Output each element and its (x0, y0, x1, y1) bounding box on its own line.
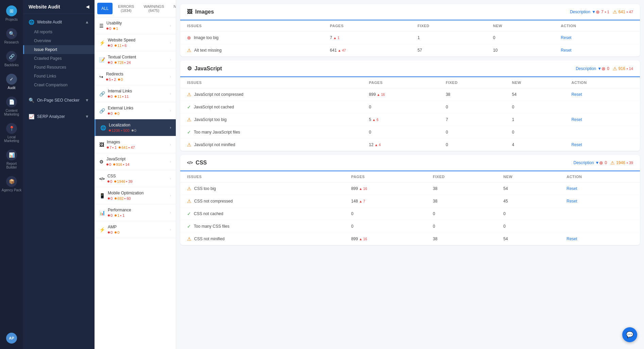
sidebar-label-content-marketing: Content Marketing (1, 109, 22, 116)
nav-found-resources[interactable]: Found Resources (23, 63, 95, 72)
pages-val: 641 ▲ 47 (330, 48, 404, 53)
reset-button[interactable]: Reset (571, 142, 582, 147)
pages-up-icon: ▲ 7 (359, 199, 365, 203)
sidebar-item-report-builder[interactable]: 📊 Report Builder (0, 147, 23, 172)
seo-icon: 🔍 (29, 98, 34, 103)
tab-all[interactable]: ALL (97, 3, 113, 14)
sidebar-label-projects: Projects (5, 18, 18, 21)
tab-errors[interactable]: ERRORS (1834) (114, 3, 138, 14)
sidebar-item-agency-pack[interactable]: 📦 Agency Pack (0, 173, 23, 195)
serp-analyzer-label: SERP Analyzer (37, 114, 82, 119)
pages-val: 899 ▲ 16 (351, 237, 419, 241)
javascript-description-btn[interactable]: Description ▼ (576, 66, 601, 71)
images-col-new: NEW (486, 20, 554, 32)
list-item-images[interactable]: 🖼 Images 7 • 1 641 • 47 › (95, 136, 176, 153)
sidebar-item-content-marketing[interactable]: 📄 Content Marketing (0, 94, 23, 119)
usability-title: Usability (106, 21, 167, 25)
javascript-section-actions: Description ▼ (576, 66, 601, 71)
list-item-textual-content[interactable]: 📝 Textual Content 0 728 • 24 › (95, 51, 176, 68)
external-error-badge: 0 (108, 111, 113, 116)
issue-name-cell: ⚠ Alt text missing (187, 48, 316, 53)
sidebar-item-audit[interactable]: ✓ Audit (0, 71, 23, 92)
usability-arrow-icon: › (170, 24, 171, 28)
speed-warning-badge: 11 • 6 (115, 43, 126, 48)
nav-all-reports[interactable]: All reports (23, 28, 95, 36)
javascript-warning-badge: 916 • 14 (113, 162, 130, 167)
js-desc-chevron-icon: ▼ (597, 66, 601, 71)
css-title: CSS (107, 174, 167, 178)
images-issues-table: ISSUES PAGES FIXED NEW ACTION ⊗ (180, 20, 640, 56)
left-nav-header: Website Audit ◀ (23, 0, 95, 14)
tab-warnings[interactable]: WARNINGS (6475) (139, 3, 168, 14)
pages-val: 148 ▲ 7 (351, 199, 419, 204)
content-marketing-icon: 📄 (6, 97, 17, 107)
localization-badges: 1208 • 500 0 (109, 128, 167, 133)
reset-button[interactable]: Reset (561, 35, 571, 40)
table-row: ⚠JavaScript too big 5 ▲ 6 7 1 Reset (180, 114, 640, 126)
javascript-section-icon: ⚙ (187, 65, 192, 72)
list-item-performance[interactable]: 📊 Performance 0 1 • 1 › (95, 204, 176, 221)
sidebar-item-research[interactable]: 🔍 Research (0, 25, 23, 47)
nav-crawl-comparison[interactable]: Crawl Comparison (23, 81, 95, 89)
left-nav: Website Audit ◀ 🌐 Website Audit ▲ All re… (23, 0, 95, 349)
images-counts: ⊗ 7 • 1 ⚠ 641 • 47 (596, 9, 633, 15)
css-description-btn[interactable]: Description ▼ (574, 160, 599, 165)
javascript-title: JavaScript (106, 157, 167, 161)
css-col-pages: PAGES (344, 171, 426, 182)
list-item-localization[interactable]: 🌐 Localization 1208 • 500 0 › (95, 119, 176, 136)
table-row: ⚠CSS too big 899 ▲ 16 38 54 Reset (180, 182, 640, 195)
list-item-javascript[interactable]: ⚙ JavaScript 0 916 • 14 › (95, 153, 176, 170)
reset-button[interactable]: Reset (571, 92, 582, 97)
table-row: ✓JavaScript not cached 0 0 0 (180, 101, 640, 114)
external-links-arrow-icon: › (170, 109, 171, 112)
on-page-seo-section: 🔍 On-Page SEO Checker ▼ (23, 92, 95, 108)
content-area: ALL ERRORS (1834) WARNINGS (6475) NOTICE… (95, 0, 644, 349)
sidebar-item-backlinks[interactable]: 🔗 Backlinks (0, 48, 23, 70)
list-item-external-links[interactable]: 🔗 External Links 0 0 › (95, 102, 176, 119)
list-item-mobile[interactable]: 📱 Mobile Optimization 0 692 • 60 › (95, 187, 176, 204)
reset-button[interactable]: Reset (566, 237, 577, 241)
avatar[interactable]: AP (6, 333, 17, 344)
reset-button[interactable]: Reset (566, 199, 577, 204)
issue-cell: ⚠ Alt text missing (180, 44, 323, 57)
on-page-seo-nav-header[interactable]: 🔍 On-Page SEO Checker ▼ (23, 95, 95, 106)
sidebar-item-projects[interactable]: ⊞ Projects (0, 3, 23, 24)
external-links-icon: 🔗 (99, 108, 105, 114)
list-item-amp[interactable]: ⚡ AMP 0 0 › (95, 221, 176, 238)
list-item-internal-links[interactable]: 🔗 Internal Links 0 11 • 11 › (95, 85, 176, 102)
amp-arrow-icon: › (170, 228, 171, 231)
serp-analyzer-nav-header[interactable]: 📈 SERP Analyzer ▼ (23, 111, 95, 122)
reset-button[interactable]: Reset (571, 117, 582, 122)
warning-icon: ⚠ (187, 92, 191, 97)
list-item-website-speed[interactable]: ⚡ Website Speed 0 11 • 6 › (95, 34, 176, 51)
nav-issue-report[interactable]: Issue Report (23, 45, 95, 54)
issue-name-cell: ⚠JavaScript not compressed (187, 92, 355, 97)
list-panel: ALL ERRORS (1834) WARNINGS (6475) NOTICE… (95, 0, 176, 349)
images-section-title: 🖼 Images (187, 9, 570, 15)
nav-found-links[interactable]: Found Links (23, 72, 95, 81)
website-audit-nav-header[interactable]: 🌐 Website Audit ▲ (23, 17, 95, 28)
internal-links-title: Internal Links (108, 89, 167, 93)
images-section-icon: 🖼 (187, 9, 192, 15)
textual-warning-badge: 728 • 24 (115, 60, 131, 65)
amp-error-badge: 0 (108, 230, 113, 234)
list-item-usability[interactable]: ☰ Usability 0 1 › (95, 17, 176, 34)
list-item-redirects[interactable]: ↪ Redirects 5 • 2 0 › (95, 68, 176, 85)
chat-button[interactable]: 💬 (622, 327, 637, 342)
tab-notices[interactable]: NOTICES (3348) (170, 3, 176, 14)
warning-icon: ⚠ (187, 236, 191, 242)
nav-crawled-pages[interactable]: Crawled Pages (23, 54, 95, 63)
collapse-icon[interactable]: ◀ (86, 4, 89, 9)
images-col-pages: PAGES (323, 20, 411, 32)
list-item-css[interactable]: </> CSS 0 1946 • 39 › (95, 170, 176, 187)
reset-button[interactable]: Reset (566, 186, 577, 191)
nav-overview[interactable]: Overview (23, 36, 95, 45)
images-description-btn[interactable]: Description ▼ (570, 10, 596, 14)
mobile-title: Mobile Optimization (108, 191, 167, 195)
usability-error-badge: 0 (106, 27, 111, 31)
sidebar-item-local-marketing[interactable]: 📍 Local Marketing (0, 120, 23, 145)
redirects-error-badge: 5 • 2 (106, 77, 116, 82)
css-warning-icon: ⚠ (610, 160, 615, 165)
new-cell: 10 (486, 44, 554, 57)
reset-button[interactable]: Reset (561, 48, 571, 53)
